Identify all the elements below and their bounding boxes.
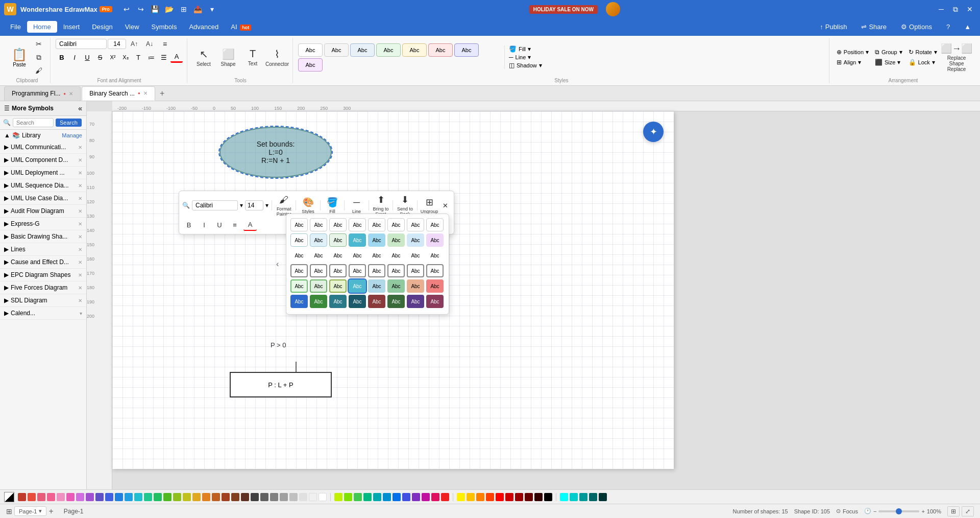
color-purple[interactable]: [86, 493, 94, 501]
style-option-8[interactable]: Abc: [426, 218, 444, 231]
sidebar-item-close-icon[interactable]: ✕: [78, 145, 82, 150]
styles-nav-left[interactable]: ‹: [276, 260, 279, 269]
manage-button[interactable]: Manage: [62, 132, 82, 138]
color-off-white[interactable]: [309, 493, 317, 501]
style-option-15[interactable]: Abc: [407, 233, 424, 247]
style-option-36[interactable]: Abc: [349, 279, 366, 293]
text-more-button[interactable]: T: [132, 52, 144, 63]
open-button[interactable]: 📂: [163, 3, 176, 15]
style-swatch-4[interactable]: Abc: [376, 43, 401, 57]
color-very-light-gray[interactable]: [299, 493, 307, 501]
style-option-33[interactable]: Abc: [290, 279, 308, 293]
sidebar-item-close-icon[interactable]: ✕: [78, 272, 82, 278]
ai-assistant-button[interactable]: ✦: [643, 122, 664, 142]
sidebar-item-epc[interactable]: ▶ EPC Diagram Shapes ✕: [0, 269, 86, 281]
style-option-2[interactable]: Abc: [310, 218, 327, 231]
style-option-16[interactable]: Abc: [426, 233, 444, 247]
color-purple-light[interactable]: [76, 493, 84, 501]
style-option-42[interactable]: Abc: [310, 295, 327, 308]
color-red3[interactable]: [441, 493, 449, 501]
style-option-7[interactable]: Abc: [407, 218, 424, 231]
color-very-dark-gray[interactable]: [251, 493, 259, 501]
sidebar-item-close-icon[interactable]: ✕: [78, 298, 82, 303]
set-bounds-shape[interactable]: Set bounds:L:=0R:=N + 1: [219, 127, 332, 178]
options-button[interactable]: ⚙ Options: [896, 21, 937, 33]
sidebar-item-cause-effect[interactable]: ▶ Cause and Effect D... ✕: [0, 256, 86, 269]
sidebar-item-uml-communication[interactable]: ▶ UML Communicati... ✕: [0, 141, 86, 154]
color-pink[interactable]: [47, 493, 55, 501]
add-tab-button[interactable]: +: [156, 87, 168, 100]
sidebar-item-close-icon[interactable]: ✕: [78, 260, 82, 265]
size-button[interactable]: ⬛ Size▾: [873, 58, 904, 67]
color-magenta-pink[interactable]: [66, 493, 75, 501]
collapse-button[interactable]: ▲: [959, 21, 976, 33]
sidebar-item-close-icon[interactable]: ✕: [78, 234, 82, 240]
template-button[interactable]: ⊞: [178, 3, 190, 15]
format-painter-button[interactable]: 🖌: [32, 64, 46, 77]
style-option-48[interactable]: Abc: [426, 295, 444, 308]
float-align-left-btn[interactable]: ≡: [228, 219, 241, 231]
color-red-dark[interactable]: [18, 493, 26, 501]
style-option-47[interactable]: Abc: [407, 295, 424, 308]
style-swatch-3[interactable]: Abc: [350, 43, 375, 57]
style-option-30[interactable]: Abc: [387, 264, 405, 277]
style-swatch-7[interactable]: Abc: [454, 43, 479, 57]
color-pink-red[interactable]: [37, 493, 45, 501]
shadow-button[interactable]: ◫ Shadow ▾: [509, 62, 542, 69]
style-swatch-1[interactable]: Abc: [298, 43, 323, 57]
style-option-45[interactable]: Abc: [368, 295, 385, 308]
menu-file[interactable]: File: [4, 21, 27, 33]
sidebar-item-expand-chevron[interactable]: ▾: [80, 311, 82, 316]
add-page-button[interactable]: +: [48, 507, 53, 516]
style-option-5[interactable]: Abc: [368, 218, 385, 231]
color-orange-yellow[interactable]: [192, 493, 201, 501]
float-text-color-btn[interactable]: A: [243, 219, 257, 231]
color-deep-orange[interactable]: [486, 493, 494, 501]
style-option-26[interactable]: Abc: [310, 264, 327, 277]
tab-binary-search[interactable]: Binary Search ... ● ✕: [82, 86, 155, 101]
lock-button[interactable]: 🔒 Lock▾: [906, 58, 939, 67]
cut-button[interactable]: ✂: [32, 38, 46, 50]
font-name-input[interactable]: [56, 39, 107, 49]
sidebar-item-audit-flow[interactable]: ▶ Audit Flow Diagram ✕: [0, 205, 86, 218]
sidebar-item-close-icon[interactable]: ✕: [78, 196, 82, 201]
subscript-button[interactable]: X₂: [119, 52, 132, 63]
color-indigo[interactable]: [95, 493, 104, 501]
style-swatch-8[interactable]: Abc: [298, 58, 323, 72]
float-italic-btn[interactable]: I: [198, 219, 211, 231]
color-cyan[interactable]: [134, 493, 142, 501]
sidebar-item-lines[interactable]: ▶ Lines ✕: [0, 243, 86, 256]
bold-button[interactable]: B: [56, 52, 68, 63]
more-button[interactable]: ▾: [206, 3, 218, 15]
float-size-input[interactable]: [245, 200, 263, 210]
color-green[interactable]: [154, 493, 162, 501]
style-option-9[interactable]: Abc: [290, 233, 308, 247]
color-blue-indigo[interactable]: [105, 493, 113, 501]
sidebar-item-express-g[interactable]: ▶ Express-G ✕: [0, 218, 86, 230]
color-blue3[interactable]: [402, 493, 410, 501]
style-option-23[interactable]: Abc: [407, 249, 424, 262]
menu-home[interactable]: Home: [27, 21, 57, 33]
style-option-39[interactable]: Abc: [407, 279, 424, 293]
style-option-44[interactable]: Abc: [349, 295, 366, 308]
color-crimson[interactable]: [505, 493, 513, 501]
color-amber[interactable]: [467, 493, 475, 501]
style-option-14[interactable]: Abc: [387, 233, 405, 247]
style-option-43[interactable]: Abc: [329, 295, 347, 308]
sidebar-item-sdl[interactable]: ▶ SDL Diagram ✕: [0, 294, 86, 307]
style-option-20[interactable]: Abc: [349, 249, 366, 262]
color-very-dark-teal[interactable]: [599, 493, 607, 501]
no-fill-color[interactable]: [4, 492, 14, 502]
p-sum-shape[interactable]: P : L + P: [230, 372, 332, 397]
undo-button[interactable]: ↩: [120, 3, 133, 15]
font-color-button[interactable]: A: [170, 52, 183, 63]
color-sky-blue[interactable]: [125, 493, 133, 501]
style-option-35[interactable]: Abc: [329, 279, 347, 293]
color-magenta2[interactable]: [422, 493, 430, 501]
style-option-32[interactable]: Abc: [426, 264, 444, 277]
color-white[interactable]: [318, 493, 327, 501]
select-button[interactable]: ↖ Select: [192, 43, 215, 72]
zoom-increase-btn[interactable]: +: [921, 508, 924, 514]
float-underline-btn[interactable]: U: [213, 219, 226, 231]
menu-symbols[interactable]: Symbols: [145, 21, 183, 33]
